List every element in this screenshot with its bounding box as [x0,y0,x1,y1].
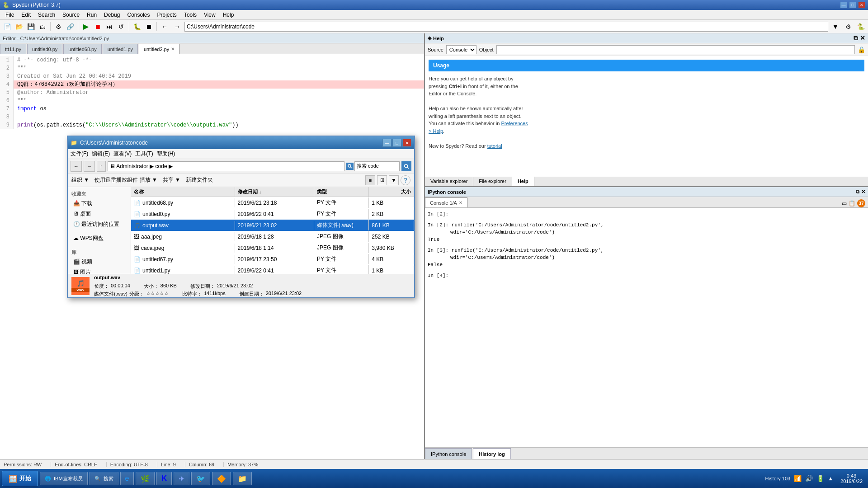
menu-file[interactable]: File [2,11,18,19]
options-btn[interactable]: ⚙ [843,21,854,32]
help-detach[interactable]: ⧉ [854,34,858,42]
tab-file-explorer[interactable]: File explorer [473,177,512,186]
fe-organize-btn[interactable]: 组织 ▼ [71,176,89,184]
taskbar-item-spyder[interactable]: 🔶 [212,472,231,485]
debug-btn[interactable]: 🐛 [132,21,142,32]
fe-menu-view[interactable]: 查看(V) [113,150,132,158]
file-row-0[interactable]: 📄untitled68.py 2019/6/21 23:18 PY 文件 1 K… [131,197,414,208]
new-file-btn[interactable]: 📄 [2,21,13,32]
taskbar-item-plane[interactable]: ✈ [174,472,189,485]
col-name[interactable]: 名称 [131,187,235,197]
start-button[interactable]: 🪟 开始 [2,471,38,486]
fe-close[interactable]: ✕ [402,139,411,147]
fe-menu-help[interactable]: 帮助(H) [157,150,175,158]
python-btn[interactable]: 🐍 [855,21,866,32]
fe-menu-edit[interactable]: 编辑(E) [92,150,110,158]
fe-menu-tools[interactable]: 工具(T) [135,150,153,158]
fe-menu-file[interactable]: 文件(F) [71,150,88,158]
sys-icon-arrow[interactable]: ▲ [828,475,833,482]
maximize-btn[interactable]: □ [849,2,856,8]
sidebar-item-downloads[interactable]: 📥 下载 [70,198,129,209]
taskbar-item-ie[interactable]: e [120,472,134,485]
open-btn[interactable]: 📂 [14,21,24,32]
taskbar-item-green[interactable]: 🌿 [136,472,155,485]
file-row-1[interactable]: 📄untitled0.py 2019/6/22 0:41 PY 文件 2 KB [131,208,414,220]
shortcut-btn[interactable]: 🔗 [65,21,75,32]
fe-search-input[interactable] [354,161,400,171]
tab-help[interactable]: Help [512,177,534,186]
taskbar-item-browser[interactable]: 🌐 IBM宣布裁员 [40,472,88,485]
run-file-btn[interactable]: ⏹ [92,21,103,32]
console-tab-close[interactable]: ✕ [459,200,462,205]
fe-path[interactable]: 🖥 Administrator ▶ code ▶ [108,161,345,171]
bottom-tab-history[interactable]: History log [473,448,510,459]
menu-projects[interactable]: Projects [154,11,180,19]
step-btn[interactable]: ⏭ [104,21,115,32]
back-btn[interactable]: ← [159,21,170,32]
console-content[interactable]: In [2]: In [2]: runfile('C:/Users/Admini… [425,208,868,447]
fe-view-dropdown[interactable]: ▼ [389,175,399,185]
tab-variable-explorer[interactable]: Variable explorer [425,177,473,186]
menu-tools[interactable]: Tools [180,11,200,19]
minimize-btn[interactable]: — [840,2,847,8]
taskbar-item-bird[interactable]: 🐦 [191,472,210,485]
forward-btn[interactable]: → [172,21,183,32]
stop-btn[interactable]: ⏹ [143,21,154,32]
fe-search-btn[interactable] [401,161,411,171]
fe-up-btn[interactable]: ↑ [97,161,106,172]
step2-btn[interactable]: ↺ [116,21,127,32]
fe-tiles-view[interactable]: ⊞ [377,175,387,185]
source-select[interactable]: Console [446,45,476,54]
preferences-btn[interactable]: ⚙ [53,21,64,32]
file-row-4[interactable]: 🖼caca.jpeg 2019/6/18 1:14 JPEG 图像 3,980 … [131,242,414,253]
fe-share-btn[interactable]: 共享 ▼ [163,176,180,184]
fe-maximize[interactable]: □ [392,139,401,147]
fe-play-btn[interactable]: 使用迅雷播放组件 播放 ▼ [94,176,157,184]
fe-back-btn[interactable]: ← [71,161,82,172]
tab-close-btn[interactable]: ✕ [171,47,175,52]
tab-untitled2[interactable]: untitled2.py ✕ [139,44,179,54]
file-row-3[interactable]: 🖼aaa.jpeg 2019/6/18 1:28 JPEG 图像 252 KB [131,231,414,242]
console-btn1[interactable]: ▭ [842,200,847,206]
menu-source[interactable]: Source [59,11,83,19]
console-btn2[interactable]: 📋 [849,200,855,206]
col-date[interactable]: 修改日期 ↓ [235,187,314,197]
menu-edit[interactable]: Edit [18,11,34,19]
fe-new-folder-btn[interactable]: 新建文件夹 [186,176,213,184]
console-tab-1[interactable]: Console 1/A ✕ [425,197,467,207]
sidebar-item-desktop[interactable]: 🖥 桌面 [70,209,129,219]
run-btn[interactable]: ▶ [80,21,91,32]
sidebar-item-videos[interactable]: 🎬 视频 [70,257,129,267]
browse-btn[interactable]: ▼ [830,21,841,32]
sidebar-item-wps[interactable]: ☁ WPS网盘 [70,233,129,244]
col-size[interactable]: 大小 [369,187,414,197]
taskbar-item-folder[interactable]: 📁 [233,472,252,485]
console-detach[interactable]: ⧉ [856,189,859,195]
menu-view[interactable]: View [200,11,219,19]
file-row-5[interactable]: 📄untitled67.py 2019/6/17 23:50 PY 文件 4 K… [131,253,414,265]
fe-help-btn[interactable]: ? [401,175,410,185]
sidebar-item-images[interactable]: 🖼 图片 [70,267,129,274]
sidebar-item-recent[interactable]: 🕐 最近访问的位置 [70,219,129,230]
file-row-6[interactable]: 📄untitled1.py 2019/6/22 0:41 PY 文件 1 KB [131,265,414,274]
fe-forward-btn[interactable]: → [84,161,95,172]
preferences-link[interactable]: Preferences [501,121,528,126]
close-btn[interactable]: ✕ [858,2,865,8]
help-link[interactable]: > Help [429,128,443,134]
menu-consoles[interactable]: Consoles [123,11,153,19]
col-type[interactable]: 类型 [314,187,369,197]
tab-untitled68[interactable]: untitled68.py [63,44,101,54]
menu-debug[interactable]: Debug [100,11,123,19]
object-input[interactable] [496,45,855,54]
tab-untitled0[interactable]: untitled0.py [27,44,62,54]
tutorial-link-text[interactable]: tutorial [487,143,502,149]
file-row-2[interactable]: 🎵output.wav 2019/6/21 23:02 媒体文件(.wav) 8… [131,220,414,231]
taskbar-item-k[interactable]: K [156,472,172,485]
tab-untitled1[interactable]: untitled1.py [103,44,138,54]
taskbar-item-search[interactable]: 🔍 搜索 [90,472,118,485]
console-close[interactable]: ✕ [861,189,865,195]
menu-run[interactable]: Run [83,11,100,19]
save-btn[interactable]: 💾 [25,21,36,32]
menu-help[interactable]: Help [219,11,238,19]
path-bar[interactable]: C:\Users\Administrator\code [184,22,828,32]
